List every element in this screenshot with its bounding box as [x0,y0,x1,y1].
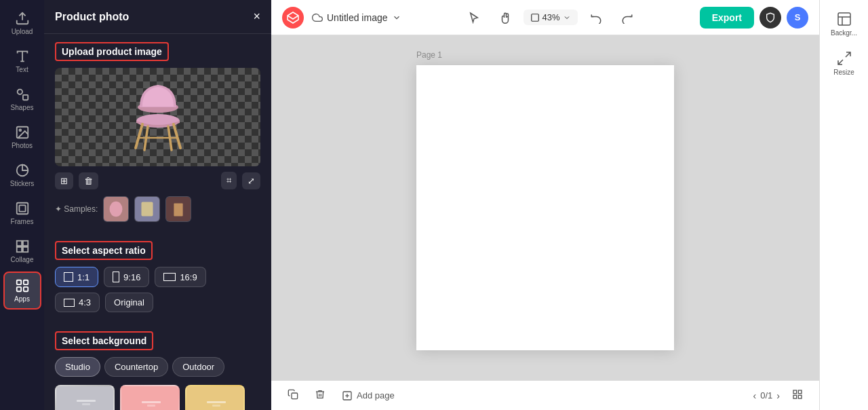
sidebar-item-shapes-label: Shapes [11,104,34,111]
avatar-text: S [795,12,801,22]
document-name[interactable]: Untitled image [312,12,401,23]
svg-point-23 [110,202,123,217]
select-tool-button[interactable] [461,7,487,28]
next-page-button[interactable]: › [776,390,780,401]
user-avatar-button[interactable]: S [787,7,808,29]
bg-tab-studio[interactable]: Studio [55,357,100,377]
shield-icon [765,12,776,23]
panel-close-button[interactable]: × [253,10,260,24]
delete-page-button[interactable] [309,386,331,405]
bg-thumb-pink[interactable] [120,385,180,410]
ratio-9-16-button[interactable]: 9:16 [104,267,149,287]
sidebar-item-photos[interactable]: Photos [3,119,41,155]
samples-row: ✦ Samples: [55,196,260,222]
ratio-16-9-button[interactable]: 16:9 [155,267,205,287]
background-icon [836,11,852,27]
prev-page-button[interactable]: ‹ [753,390,757,401]
zoom-chevron-icon [563,14,571,22]
redo-icon [621,12,633,24]
bg-thumb-gray[interactable] [55,385,115,410]
sample-thumb-3[interactable] [165,196,191,222]
zoom-control[interactable]: 43% [524,10,578,25]
sidebar-item-stickers[interactable]: Stickers [3,157,41,193]
page-label: Page 1 [416,50,442,60]
add-page-button[interactable]: Add page [336,387,400,405]
sidebar-item-collage[interactable]: Collage [3,234,41,269]
sidebar-item-photos-label: Photos [12,142,33,149]
ratio-original-button[interactable]: Original [105,293,153,312]
fullscreen-button[interactable]: ⤢ [242,172,260,189]
ratio-9-16-icon [113,272,119,282]
apps-icon [15,278,30,293]
delete-button[interactable]: 🗑 [79,172,98,189]
right-panel-background[interactable]: Backgr... [824,5,865,42]
shield-button[interactable] [760,7,781,29]
ratio-1-1-label: 1:1 [77,272,90,282]
top-toolbar: Untitled image 43% [271,0,819,35]
right-panel-background-label: Backgr... [831,29,857,37]
sidebar-item-text[interactable]: Text [3,43,41,79]
sidebar-item-upload[interactable]: Upload [3,5,41,41]
redo-button[interactable] [614,7,640,28]
sidebar-item-apps-label: Apps [14,295,30,303]
svg-rect-35 [207,401,226,403]
samples-label: ✦ Samples: [55,204,98,214]
grid-view-button[interactable] [787,386,808,405]
bg-tab-outdoor[interactable]: Outdoor [172,357,224,377]
sidebar-item-frames[interactable]: Frames [3,195,41,231]
sidebar-item-frames-label: Frames [11,218,34,225]
right-panel-resize-label: Resize [833,69,854,76]
svg-rect-7 [16,241,21,246]
ratio-buttons-row-2: 4:3 Original [55,293,260,312]
svg-rect-5 [16,203,28,215]
resize-icon [836,50,852,67]
ratio-16-9-icon [163,273,176,281]
bg-thumb-warm[interactable] [185,385,245,410]
svg-rect-14 [23,287,27,291]
sidebar-item-shapes[interactable]: Shapes [3,81,41,117]
right-panel-resize[interactable]: Resize [824,45,865,81]
canvas-area: Untitled image 43% [271,0,819,410]
frame-icon [530,13,540,22]
ratio-4-3-button[interactable]: 4:3 [55,293,100,312]
page-navigation: ‹ 0/1 › [753,386,808,405]
panel-title: Product photo [55,11,129,23]
svg-line-17 [136,124,142,148]
expand-button[interactable]: ⊞ [55,172,73,189]
stickers-icon [15,163,30,178]
cursor-icon [468,12,480,24]
canvas-wrapper[interactable]: Page 1 [271,35,819,380]
background-tabs: Studio Countertop Outdoor [55,357,260,377]
export-button[interactable]: Export [700,7,754,29]
product-photo-panel: Product photo × Upload product image [44,0,271,410]
svg-rect-43 [798,390,802,394]
svg-rect-6 [19,205,25,211]
ratio-9-16-label: 9:16 [123,272,140,282]
zoom-value: 43% [542,12,560,22]
bg-tab-countertop[interactable]: Countertop [104,357,168,377]
ratio-16-9-label: 16:9 [180,272,197,282]
shapes-icon [15,87,30,102]
sidebar-item-text-label: Text [16,66,28,73]
app-logo [282,7,304,29]
sidebar-item-collage-label: Collage [11,256,34,263]
background-section: Select background Studio Countertop Outd… [44,323,271,410]
svg-point-0 [17,90,22,94]
undo-button[interactable] [583,7,609,28]
pan-tool-button[interactable] [492,7,518,28]
crop-button[interactable]: ⌗ [221,172,237,189]
ratio-1-1-button[interactable]: 1:1 [55,267,98,287]
image-preview[interactable] [55,68,260,166]
svg-rect-36 [212,405,220,407]
sample-thumb-1[interactable] [103,196,129,222]
right-panel: Backgr... Resize [819,0,868,410]
doc-title: Untitled image [327,12,388,23]
svg-rect-37 [531,14,538,21]
add-page-icon [342,390,353,401]
sidebar-item-apps[interactable]: Apps [3,272,41,310]
svg-rect-29 [77,400,96,402]
svg-rect-1 [22,95,27,100]
add-page-label: Add page [357,390,395,400]
copy-page-button[interactable] [282,386,304,405]
sample-thumb-2[interactable] [134,196,160,222]
